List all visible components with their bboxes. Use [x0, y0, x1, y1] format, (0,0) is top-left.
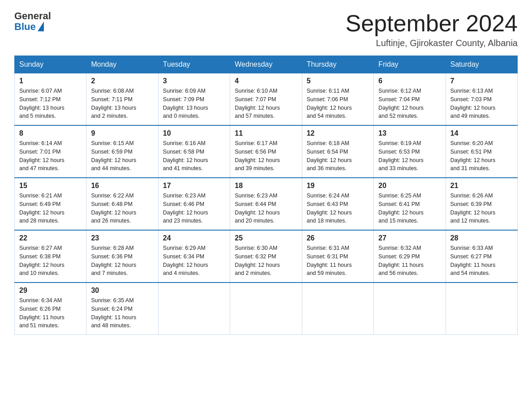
day-info: Sunrise: 6:26 AM Sunset: 6:39 PM Dayligh…	[450, 192, 513, 225]
calendar-week-row: 1Sunrise: 6:07 AM Sunset: 7:12 PM Daylig…	[15, 73, 518, 126]
day-info: Sunrise: 6:17 AM Sunset: 6:56 PM Dayligh…	[235, 139, 297, 173]
calendar-cell	[374, 283, 446, 335]
day-info: Sunrise: 6:15 AM Sunset: 6:59 PM Dayligh…	[91, 139, 153, 173]
logo: General Blue	[14, 11, 51, 32]
day-number: 24	[163, 234, 225, 242]
location-text: Luftinje, Gjirokaster County, Albania	[346, 38, 518, 48]
day-number: 14	[450, 129, 513, 137]
calendar-week-row: 15Sunrise: 6:21 AM Sunset: 6:49 PM Dayli…	[15, 178, 518, 230]
day-number: 25	[235, 234, 297, 242]
logo-blue-text: Blue	[14, 21, 44, 32]
day-of-week-header: Saturday	[446, 56, 517, 73]
day-info: Sunrise: 6:20 AM Sunset: 6:51 PM Dayligh…	[450, 139, 513, 173]
calendar-cell: 22Sunrise: 6:27 AM Sunset: 6:38 PM Dayli…	[15, 230, 86, 283]
day-info: Sunrise: 6:11 AM Sunset: 7:06 PM Dayligh…	[307, 87, 369, 120]
day-info: Sunrise: 6:32 AM Sunset: 6:29 PM Dayligh…	[378, 244, 441, 278]
day-info: Sunrise: 6:23 AM Sunset: 6:44 PM Dayligh…	[235, 192, 297, 225]
calendar-cell: 15Sunrise: 6:21 AM Sunset: 6:49 PM Dayli…	[15, 178, 86, 230]
day-info: Sunrise: 6:09 AM Sunset: 7:09 PM Dayligh…	[163, 87, 225, 120]
calendar-cell	[230, 283, 302, 335]
calendar-cell: 12Sunrise: 6:18 AM Sunset: 6:54 PM Dayli…	[302, 125, 373, 178]
calendar-cell: 18Sunrise: 6:23 AM Sunset: 6:44 PM Dayli…	[230, 178, 302, 230]
day-number: 1	[19, 77, 82, 85]
day-number: 27	[378, 234, 441, 242]
day-info: Sunrise: 6:35 AM Sunset: 6:24 PM Dayligh…	[91, 296, 153, 330]
day-info: Sunrise: 6:30 AM Sunset: 6:32 PM Dayligh…	[235, 244, 297, 278]
day-number: 23	[91, 234, 153, 242]
day-number: 5	[307, 77, 369, 85]
day-info: Sunrise: 6:19 AM Sunset: 6:53 PM Dayligh…	[378, 139, 441, 173]
day-number: 7	[450, 77, 513, 85]
day-info: Sunrise: 6:16 AM Sunset: 6:58 PM Dayligh…	[163, 139, 225, 173]
day-info: Sunrise: 6:24 AM Sunset: 6:43 PM Dayligh…	[307, 192, 369, 225]
calendar-cell: 28Sunrise: 6:33 AM Sunset: 6:27 PM Dayli…	[446, 230, 517, 283]
day-of-week-header: Monday	[86, 56, 158, 73]
day-number: 22	[19, 234, 82, 242]
calendar-cell: 20Sunrise: 6:25 AM Sunset: 6:41 PM Dayli…	[374, 178, 446, 230]
day-info: Sunrise: 6:14 AM Sunset: 7:01 PM Dayligh…	[19, 139, 82, 173]
day-number: 2	[91, 77, 153, 85]
day-info: Sunrise: 6:10 AM Sunset: 7:07 PM Dayligh…	[235, 87, 297, 120]
calendar-cell: 30Sunrise: 6:35 AM Sunset: 6:24 PM Dayli…	[86, 283, 158, 335]
day-number: 17	[163, 182, 225, 190]
calendar-cell: 9Sunrise: 6:15 AM Sunset: 6:59 PM Daylig…	[86, 125, 158, 178]
day-of-week-header: Wednesday	[230, 56, 302, 73]
calendar-cell: 16Sunrise: 6:22 AM Sunset: 6:48 PM Dayli…	[86, 178, 158, 230]
calendar-cell: 7Sunrise: 6:13 AM Sunset: 7:03 PM Daylig…	[446, 73, 517, 126]
day-info: Sunrise: 6:08 AM Sunset: 7:11 PM Dayligh…	[91, 87, 153, 120]
calendar-cell: 2Sunrise: 6:08 AM Sunset: 7:11 PM Daylig…	[86, 73, 158, 126]
month-title: September 2024	[346, 11, 518, 36]
day-of-week-header: Thursday	[302, 56, 373, 73]
day-info: Sunrise: 6:25 AM Sunset: 6:41 PM Dayligh…	[378, 192, 441, 225]
day-of-week-header: Friday	[374, 56, 446, 73]
calendar-cell	[446, 283, 517, 335]
day-info: Sunrise: 6:21 AM Sunset: 6:49 PM Dayligh…	[19, 192, 82, 225]
day-number: 6	[378, 77, 441, 85]
calendar-cell: 26Sunrise: 6:31 AM Sunset: 6:31 PM Dayli…	[302, 230, 373, 283]
day-of-week-header: Sunday	[15, 56, 86, 73]
calendar-cell: 27Sunrise: 6:32 AM Sunset: 6:29 PM Dayli…	[374, 230, 446, 283]
calendar-cell: 1Sunrise: 6:07 AM Sunset: 7:12 PM Daylig…	[15, 73, 86, 126]
day-number: 10	[163, 129, 225, 137]
day-number: 29	[19, 287, 82, 295]
day-number: 26	[307, 234, 369, 242]
day-number: 21	[450, 182, 513, 190]
calendar-week-row: 8Sunrise: 6:14 AM Sunset: 7:01 PM Daylig…	[15, 125, 518, 178]
day-number: 19	[307, 182, 369, 190]
calendar-cell: 14Sunrise: 6:20 AM Sunset: 6:51 PM Dayli…	[446, 125, 517, 178]
calendar-header: SundayMondayTuesdayWednesdayThursdayFrid…	[15, 56, 518, 73]
calendar-cell: 29Sunrise: 6:34 AM Sunset: 6:26 PM Dayli…	[15, 283, 86, 335]
calendar-cell: 19Sunrise: 6:24 AM Sunset: 6:43 PM Dayli…	[302, 178, 373, 230]
calendar-cell: 25Sunrise: 6:30 AM Sunset: 6:32 PM Dayli…	[230, 230, 302, 283]
calendar-body: 1Sunrise: 6:07 AM Sunset: 7:12 PM Daylig…	[15, 73, 518, 335]
calendar-cell: 23Sunrise: 6:28 AM Sunset: 6:36 PM Dayli…	[86, 230, 158, 283]
calendar-cell	[302, 283, 373, 335]
day-number: 8	[19, 129, 82, 137]
calendar-cell: 24Sunrise: 6:29 AM Sunset: 6:34 PM Dayli…	[158, 230, 230, 283]
day-number: 15	[19, 182, 82, 190]
day-info: Sunrise: 6:34 AM Sunset: 6:26 PM Dayligh…	[19, 296, 82, 330]
day-number: 18	[235, 182, 297, 190]
calendar-week-row: 29Sunrise: 6:34 AM Sunset: 6:26 PM Dayli…	[15, 283, 518, 335]
logo-triangle-icon	[38, 21, 44, 31]
day-number: 20	[378, 182, 441, 190]
day-info: Sunrise: 6:13 AM Sunset: 7:03 PM Dayligh…	[450, 87, 513, 120]
day-info: Sunrise: 6:07 AM Sunset: 7:12 PM Dayligh…	[19, 87, 82, 120]
day-info: Sunrise: 6:22 AM Sunset: 6:48 PM Dayligh…	[91, 192, 153, 225]
day-of-week-header: Tuesday	[158, 56, 230, 73]
day-info: Sunrise: 6:33 AM Sunset: 6:27 PM Dayligh…	[450, 244, 513, 278]
title-block: September 2024 Luftinje, Gjirokaster Cou…	[346, 11, 518, 48]
day-info: Sunrise: 6:27 AM Sunset: 6:38 PM Dayligh…	[19, 244, 82, 278]
day-number: 16	[91, 182, 153, 190]
day-info: Sunrise: 6:23 AM Sunset: 6:46 PM Dayligh…	[163, 192, 225, 225]
calendar-cell: 21Sunrise: 6:26 AM Sunset: 6:39 PM Dayli…	[446, 178, 517, 230]
calendar-cell: 13Sunrise: 6:19 AM Sunset: 6:53 PM Dayli…	[374, 125, 446, 178]
day-number: 12	[307, 129, 369, 137]
day-info: Sunrise: 6:12 AM Sunset: 7:04 PM Dayligh…	[378, 87, 441, 120]
day-info: Sunrise: 6:29 AM Sunset: 6:34 PM Dayligh…	[163, 244, 225, 278]
day-info: Sunrise: 6:31 AM Sunset: 6:31 PM Dayligh…	[307, 244, 369, 278]
day-number: 28	[450, 234, 513, 242]
calendar-cell: 17Sunrise: 6:23 AM Sunset: 6:46 PM Dayli…	[158, 178, 230, 230]
calendar-cell	[158, 283, 230, 335]
calendar-cell: 3Sunrise: 6:09 AM Sunset: 7:09 PM Daylig…	[158, 73, 230, 126]
